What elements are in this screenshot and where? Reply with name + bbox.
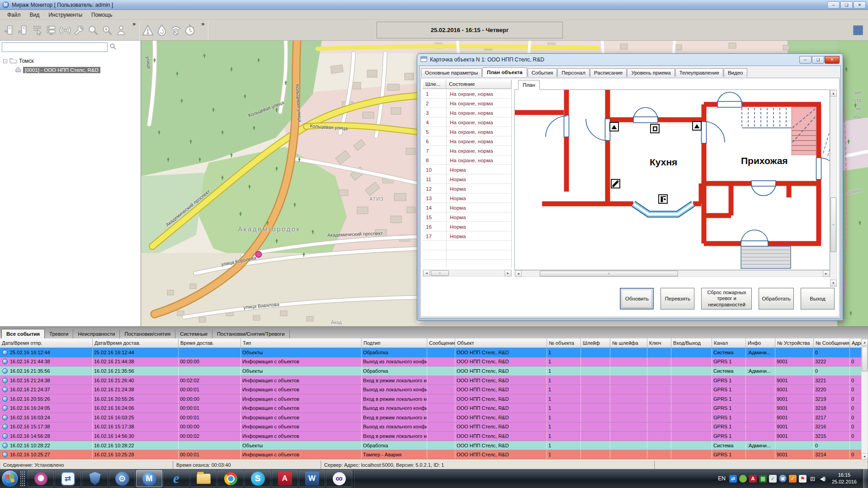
dialog-minimize-button[interactable]: ─	[799, 56, 811, 64]
minimize-button[interactable]: ─	[827, 1, 840, 9]
usb-safely-remove-icon[interactable]: ✓	[769, 475, 777, 483]
events-column-header[interactable]: № объекта	[547, 338, 581, 347]
menu-item[interactable]: Вид	[25, 11, 44, 19]
zone-row[interactable]: 1На охране, норма	[423, 89, 511, 99]
event-row[interactable]: 16.02.16 14:56:28 16.02.16 14:56:3000:00…	[0, 432, 861, 441]
events-tab[interactable]: Постановки/снятия	[120, 329, 175, 339]
app-arrows-icon[interactable]: ⇄	[55, 470, 81, 487]
toolbar-overflow-icon[interactable]: »	[132, 20, 136, 27]
floor-plan[interactable]: Кухня Прихожая	[514, 89, 830, 270]
events-column-header[interactable]: Сообщение	[427, 338, 455, 347]
dialog-button[interactable]: Обновить	[620, 288, 654, 310]
search-icon[interactable]	[109, 43, 117, 52]
zone-row[interactable]: 17Норма	[423, 231, 511, 241]
zone-row[interactable]: 6На охране, норма	[423, 136, 511, 146]
events-tab[interactable]: Системные	[175, 329, 212, 339]
search-input[interactable]	[2, 42, 108, 52]
alarm-icon[interactable]	[141, 22, 155, 39]
action-center-icon[interactable]: ⚑	[799, 475, 807, 483]
events-column-header[interactable]: Канал	[712, 338, 746, 347]
zone-row[interactable]: 11Норма	[423, 174, 511, 184]
dialog-tab[interactable]: Основные параметры	[421, 68, 482, 77]
events-tab[interactable]: Неисправности	[73, 329, 120, 339]
grid-app-icon[interactable]: ▦	[759, 475, 767, 483]
event-row[interactable]: 16.02.16 21:24:38 16.02.16 21:26:4000:02…	[0, 376, 861, 385]
event-row[interactable]: 16.02.16 21:44:38 16.02.16 21:44:3800:00…	[0, 357, 861, 367]
events-column-header[interactable]: Дата/Время достав.	[93, 338, 179, 347]
dialog-tab[interactable]: События	[528, 68, 557, 77]
scroll-down-icon[interactable]: ▼	[861, 453, 868, 460]
tree-node-tomsk[interactable]: - Томск	[0, 57, 141, 65]
security-shield-icon[interactable]	[82, 470, 108, 487]
menu-item[interactable]: Файл	[3, 11, 25, 19]
toolbar-overflow-icon-2[interactable]: »	[201, 20, 204, 27]
radio-channel-icon[interactable]	[58, 22, 72, 39]
zone-row[interactable]: 16Норма	[423, 222, 511, 231]
scroll-up-icon[interactable]: ▲	[830, 90, 837, 97]
events-column-header[interactable]: Время достав.	[179, 338, 241, 347]
internet-explorer-icon[interactable]: e	[163, 470, 189, 487]
zones-hscrollbar[interactable]: ◄ ≡ ►	[423, 270, 512, 277]
dialog-tab[interactable]: Видео	[724, 68, 747, 77]
scroll-down-icon[interactable]: ▼	[830, 280, 837, 286]
events-column-header[interactable]: № Сообщения	[814, 338, 850, 347]
tools-icon[interactable]	[72, 22, 86, 39]
scroll-up-icon[interactable]: ▲	[861, 339, 868, 346]
dialog-titlebar[interactable]: Карточка объекта N 1: ООО НПП Стелс, R&D…	[417, 54, 843, 66]
fire-icon[interactable]	[155, 22, 169, 39]
tree-node-object-1[interactable]: [0001] - ООО НПП Стелс, R&D	[15, 66, 141, 74]
dialog-close-button[interactable]: ✕	[825, 56, 840, 64]
events-column-header[interactable]: Подтип	[362, 338, 427, 347]
clock[interactable]: 16:15 25.02.2016	[832, 472, 857, 486]
dialog-tab[interactable]: Уровень приема	[627, 68, 675, 77]
events-vscrollbar[interactable]: ▲ ▼	[861, 338, 868, 460]
zone-row[interactable]: 15Норма	[423, 212, 511, 222]
zones-col-number[interactable]: Шле...	[423, 80, 446, 89]
maximize-button[interactable]: ❏	[840, 1, 853, 9]
infinity-app-icon[interactable]: ∞	[326, 470, 352, 487]
zoom-plus-icon[interactable]	[100, 22, 114, 39]
zones-col-state[interactable]: Состояние	[446, 80, 511, 89]
event-row[interactable]: 25.02.16 16:12:44 25.02.16 16:12:44Объек…	[0, 348, 861, 357]
event-row[interactable]: 16.02.16 21:35:56 16.02.16 21:35:56Объек…	[0, 366, 861, 376]
skype-icon[interactable]: S	[245, 470, 271, 487]
events-column-header[interactable]: Объект	[455, 338, 547, 347]
events-column-header[interactable]: Дата/Время отпр.	[0, 338, 93, 347]
events-tab[interactable]: Постановки/Снятия/Тревоги	[212, 329, 290, 339]
dialog-tab[interactable]: Телеуправление	[675, 68, 723, 77]
acrobat-tray-icon[interactable]: A	[749, 475, 757, 483]
operator-icon[interactable]	[114, 22, 128, 39]
event-row[interactable]: 16.02.16 21:24:37 16.02.16 21:24:3800:00…	[0, 385, 861, 394]
events-tab[interactable]: Все события	[1, 329, 45, 339]
zones-list[interactable]: Шле... Состояние 1На охране, норма2На ох…	[423, 80, 512, 268]
events-column-header[interactable]: Инфо	[746, 338, 775, 347]
app-pink-icon[interactable]	[28, 470, 54, 487]
acrobat-icon[interactable]: A	[272, 470, 298, 487]
zone-row[interactable]: 8На охране, норма	[423, 155, 511, 165]
tree-expander-icon[interactable]: -	[3, 59, 7, 63]
zone-row[interactable]: 12Норма	[423, 184, 511, 193]
zone-row[interactable]: 5На охране, норма	[423, 127, 511, 136]
zone-row[interactable]: 10Норма	[423, 165, 511, 174]
plan-vscrollbar[interactable]: ▲ ≡ ▼	[830, 89, 837, 287]
antivirus-icon[interactable]	[739, 475, 747, 483]
no-signal-icon[interactable]	[169, 22, 183, 39]
dialog-button[interactable]: Выход	[801, 288, 835, 310]
menu-item[interactable]: Помощь	[87, 11, 117, 19]
events-column-header[interactable]: Тип	[241, 338, 362, 347]
event-row[interactable]: 16.02.16 20:55:26 16.02.16 20:55:2600:00…	[0, 394, 861, 404]
object-delete-icon[interactable]	[16, 22, 30, 39]
volume-icon[interactable]: ◀))	[819, 475, 826, 483]
scroll-right-icon[interactable]: ►	[505, 270, 511, 277]
chrome-icon[interactable]	[217, 470, 244, 487]
dialog-button[interactable]: Перевзять	[660, 288, 694, 310]
teamviewer-icon[interactable]: ⇄	[729, 475, 737, 483]
word-icon[interactable]: W	[299, 470, 325, 487]
zone-row[interactable]: 13Норма	[423, 193, 511, 203]
explorer-folder-icon[interactable]	[190, 470, 217, 487]
defender-icon[interactable]: ▣	[779, 475, 787, 483]
event-row[interactable]: 16.02.16 16:03:24 16.02.16 16:03:2500:00…	[0, 413, 861, 422]
event-row[interactable]: 16.02.16 15:17:38 16.02.16 15:17:3800:00…	[0, 422, 861, 432]
start-button[interactable]	[1, 470, 19, 487]
scroll-left-icon[interactable]: ◄	[423, 270, 430, 277]
